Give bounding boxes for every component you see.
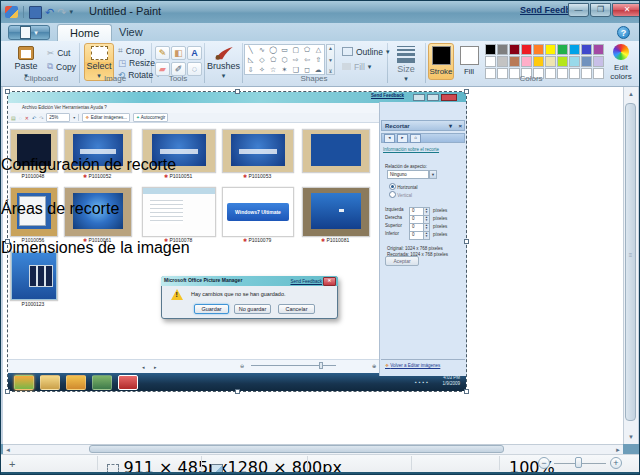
palette-swatch[interactable]	[509, 56, 520, 67]
arrow-left-shape-icon[interactable]: ⇦	[304, 55, 310, 64]
selection-handle[interactable]	[5, 239, 10, 244]
selection-handle[interactable]	[235, 389, 240, 394]
selection-marquee[interactable]	[7, 91, 467, 392]
line-size-icon	[397, 46, 415, 63]
palette-swatch[interactable]	[533, 44, 544, 55]
palette-swatch[interactable]	[569, 44, 580, 55]
qat-dropdown-caret-icon[interactable]: ▾	[69, 8, 73, 16]
zoom-in-button[interactable]: +	[610, 457, 622, 469]
rounded-rectangle-shape-icon[interactable]: ▢	[292, 45, 299, 54]
edit-colors-button[interactable]: Edit colors	[605, 44, 637, 81]
zoom-out-button[interactable]: −	[538, 457, 550, 469]
help-icon[interactable]: ?	[617, 26, 630, 39]
star-4-shape-icon[interactable]: ✧	[259, 65, 265, 74]
resize-icon: ◳	[118, 58, 126, 68]
selection-handle[interactable]	[5, 89, 10, 94]
callout-rounded-shape-icon[interactable]: ❑	[293, 65, 299, 74]
palette-swatch[interactable]	[581, 56, 592, 67]
outline-label: Outline	[356, 47, 383, 57]
callout-oval-shape-icon[interactable]: ◻	[304, 65, 310, 74]
shapes-group-label: Shapes	[244, 74, 384, 83]
palette-swatch[interactable]	[509, 44, 520, 55]
undo-icon[interactable]: ↶	[45, 6, 54, 19]
tab-home[interactable]: Home	[57, 24, 112, 41]
copy-button[interactable]: ⧉ Copy	[47, 61, 76, 72]
palette-swatch[interactable]	[521, 56, 532, 67]
curve-shape-icon[interactable]: ∿	[259, 45, 265, 54]
minimize-button[interactable]: —	[568, 3, 589, 17]
outline-button[interactable]: Outline ▾	[342, 46, 389, 57]
palette-swatch[interactable]	[533, 56, 544, 67]
palette-swatch[interactable]	[497, 44, 508, 55]
maximize-button[interactable]: ❐	[590, 3, 611, 17]
close-button[interactable]: ✕	[612, 3, 640, 17]
cut-button[interactable]: ✂ Cut	[47, 47, 70, 58]
shape-fill-button[interactable]: Fill ▾	[342, 61, 371, 72]
zoom-slider-thumb[interactable]	[575, 457, 582, 468]
vertical-scrollbar-thumb[interactable]: ≡	[625, 103, 636, 421]
selection-handle[interactable]	[235, 89, 240, 94]
selection-handle[interactable]	[464, 389, 469, 394]
tab-view[interactable]: View	[107, 24, 155, 41]
shapes-scrollbar[interactable]: ▲ ▼ ⊻	[326, 44, 335, 75]
pencil-tool-button[interactable]: ✎	[155, 46, 170, 60]
group-divider	[79, 43, 80, 83]
crop-button[interactable]: ⌗ Crop	[118, 45, 144, 56]
save-icon[interactable]	[29, 6, 42, 19]
application-menu-button[interactable]: ▾	[8, 25, 50, 40]
fill-swatch	[460, 46, 479, 65]
palette-swatch[interactable]	[485, 44, 496, 55]
shapes-scroll-up-icon[interactable]: ▲	[328, 45, 333, 51]
palette-swatch[interactable]	[593, 56, 604, 67]
text-tool-button[interactable]: A	[187, 46, 202, 60]
shapes-scroll-down-icon[interactable]: ▼	[328, 57, 333, 63]
selection-handle[interactable]	[5, 389, 10, 394]
star-5-shape-icon[interactable]: ☆	[270, 65, 276, 74]
rectangle-shape-icon[interactable]: ▭	[281, 45, 288, 54]
arrow-up-shape-icon[interactable]: ⇧	[315, 55, 321, 64]
outline-icon	[342, 47, 353, 56]
pentagon-shape-icon[interactable]: ⬠	[270, 55, 276, 64]
paint-logo-icon	[5, 6, 18, 18]
scroll-up-icon[interactable]: ▲	[624, 90, 638, 99]
resize-button[interactable]: ◳ Resize	[118, 57, 155, 68]
selection-handle[interactable]	[464, 239, 469, 244]
palette-swatch[interactable]	[557, 44, 568, 55]
size-button[interactable]: Size ▾	[390, 43, 422, 81]
palette-swatch[interactable]	[485, 56, 496, 67]
selection-handle[interactable]	[464, 89, 469, 94]
diamond-shape-icon[interactable]: ◇	[259, 55, 264, 64]
stroke-color-button[interactable]: Stroke	[428, 43, 454, 80]
palette-swatch[interactable]	[593, 44, 604, 55]
arrow-right-shape-icon[interactable]: ⇨	[293, 55, 299, 64]
copy-icon: ⧉	[47, 61, 53, 72]
star-6-shape-icon[interactable]: ✶	[282, 65, 288, 74]
callout-cloud-shape-icon[interactable]: ☁	[315, 65, 322, 74]
palette-swatch[interactable]	[497, 56, 508, 67]
fill-tool-button[interactable]: ◧	[171, 46, 186, 60]
palette-swatch[interactable]	[581, 44, 592, 55]
paste-clipboard-icon	[18, 46, 34, 60]
select-icon	[91, 46, 108, 60]
brushes-button[interactable]: Brushes ▾	[207, 43, 240, 81]
crop-icon: ⌗	[118, 45, 123, 56]
arrow-down-shape-icon[interactable]: ⇩	[248, 65, 254, 74]
polygon-shape-icon[interactable]: ⬠	[304, 45, 310, 54]
ellipse-shape-icon[interactable]: ◯	[269, 45, 277, 54]
palette-swatch[interactable]	[545, 56, 556, 67]
scroll-down-icon[interactable]: ▼	[624, 433, 638, 442]
cut-label: Cut	[57, 48, 70, 58]
group-divider	[204, 43, 205, 83]
image-group-label: Image	[84, 74, 146, 83]
line-shape-icon[interactable]: ╲	[249, 45, 253, 54]
palette-swatch[interactable]	[569, 56, 580, 67]
eyedropper-icon: ✐	[175, 64, 183, 74]
palette-swatch[interactable]	[545, 44, 556, 55]
palette-swatch[interactable]	[521, 44, 532, 55]
stroke-label: Stroke	[429, 67, 452, 76]
palette-swatch[interactable]	[557, 56, 568, 67]
right-triangle-shape-icon[interactable]: ◺	[248, 55, 253, 64]
hexagon-shape-icon[interactable]: ⬡	[281, 55, 287, 64]
horizontal-scrollbar-thumb[interactable]	[89, 445, 504, 453]
triangle-shape-icon[interactable]: △	[316, 45, 321, 54]
